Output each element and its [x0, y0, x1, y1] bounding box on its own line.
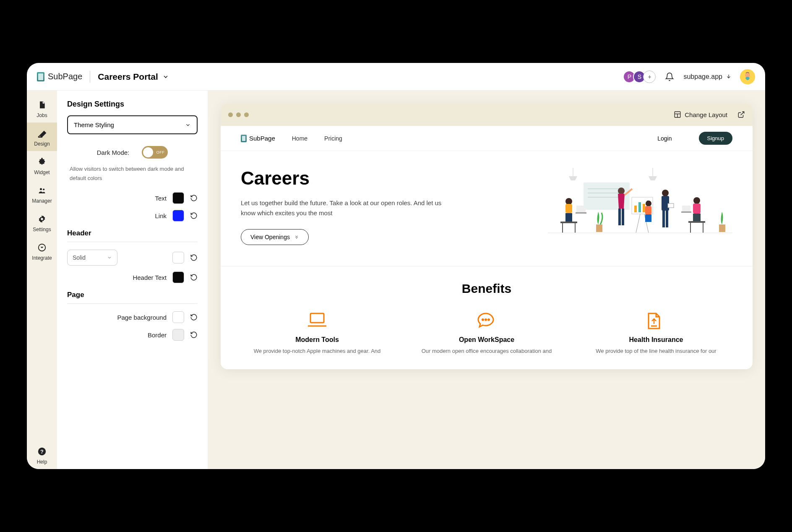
sidebar-item-integrate[interactable]: Integrate	[27, 237, 57, 265]
svg-rect-29	[565, 204, 572, 213]
gear-icon	[37, 214, 47, 224]
benefit-title: Modern Tools	[241, 336, 393, 344]
benefit-desc: We provide top of the line health insura…	[580, 348, 732, 354]
text-color-swatch[interactable]	[172, 192, 184, 204]
svg-point-39	[646, 201, 651, 206]
sidebar-item-widget[interactable]: Widget	[27, 151, 57, 180]
signup-button[interactable]: Signup	[699, 132, 732, 145]
svg-rect-35	[576, 212, 586, 214]
avatar-add[interactable]: +	[643, 70, 656, 83]
svg-point-58	[482, 319, 484, 321]
sidebar-item-label: Widget	[34, 170, 50, 175]
reset-icon[interactable]	[190, 212, 198, 219]
sidebar-item-jobs[interactable]: Jobs	[27, 94, 57, 123]
svg-rect-53	[682, 206, 690, 211]
sidebar-item-design[interactable]: Design	[27, 123, 57, 151]
dark-mode-toggle[interactable]: OFF	[142, 146, 168, 159]
svg-rect-22	[643, 204, 645, 212]
reset-icon[interactable]	[190, 331, 198, 339]
logo-icon	[37, 72, 44, 81]
benefit-title: Health Insurance	[580, 336, 732, 344]
panel-title: Design Settings	[67, 100, 198, 109]
download-icon	[726, 74, 732, 80]
svg-rect-54	[681, 211, 691, 213]
header-bg-swatch[interactable]	[172, 252, 184, 263]
svg-rect-21	[638, 202, 641, 212]
chevron-down-icon	[185, 122, 191, 128]
domain-link[interactable]: subpage.app	[683, 73, 732, 81]
portal-name: Careers Portal	[98, 72, 158, 82]
collaborator-avatars[interactable]: P S +	[625, 70, 656, 83]
svg-point-3	[43, 188, 44, 190]
nav-pricing[interactable]: Pricing	[324, 135, 342, 142]
svg-rect-38	[622, 209, 624, 225]
document-icon	[646, 312, 666, 329]
svg-point-36	[618, 188, 625, 194]
preview-frame: Change Layout SubPage Home Pricing Login	[221, 103, 753, 369]
svg-rect-20	[634, 206, 637, 212]
svg-line-24	[636, 214, 640, 233]
nav-home[interactable]: Home	[292, 135, 307, 142]
view-openings-button[interactable]: View Openings	[241, 229, 309, 245]
svg-point-47	[693, 197, 700, 204]
reset-icon[interactable]	[190, 254, 198, 261]
chat-icon	[477, 312, 497, 329]
design-settings-panel: Design Settings Theme Styling Dark Mode:…	[57, 91, 208, 469]
layout-icon	[674, 111, 681, 118]
svg-rect-41	[645, 214, 651, 222]
link-color-swatch[interactable]	[172, 210, 184, 222]
help-icon: ?	[37, 446, 47, 456]
sidebar-item-label: Integrate	[32, 255, 52, 261]
brand-logo[interactable]: SubPage	[37, 72, 82, 81]
window-dot	[228, 112, 233, 117]
svg-rect-27	[719, 224, 725, 232]
portal-dropdown[interactable]: Careers Portal	[98, 72, 169, 82]
svg-rect-26	[596, 224, 602, 232]
sidebar-item-help[interactable]: ? Help	[27, 441, 57, 469]
sidebar-item-label: Jobs	[36, 112, 47, 118]
border-label: Border	[148, 331, 167, 339]
svg-point-5	[41, 218, 43, 220]
preview-area: Change Layout SubPage Home Pricing Login	[208, 91, 765, 469]
chevron-double-down-icon	[294, 235, 299, 240]
brand-name: SubPage	[48, 72, 82, 81]
svg-rect-45	[666, 211, 668, 227]
svg-rect-31	[560, 222, 577, 223]
svg-rect-34	[576, 206, 586, 212]
reset-icon[interactable]	[190, 274, 198, 281]
benefits-section: Benefits Modern Tools We provide top-not…	[221, 266, 753, 369]
change-layout-button[interactable]: Change Layout	[674, 111, 727, 118]
border-swatch[interactable]	[172, 329, 184, 341]
external-link-icon	[737, 111, 745, 118]
header-text-label: Header Text	[133, 274, 167, 281]
person-icon	[740, 69, 755, 84]
user-avatar[interactable]	[740, 69, 755, 84]
benefit-desc: We provide top-notch Apple machines and …	[241, 348, 393, 354]
benefit-card: Modern Tools We provide top-notch Apple …	[241, 312, 393, 354]
open-external-button[interactable]	[737, 111, 745, 118]
sidebar-item-label: Manager	[32, 198, 52, 204]
header-style-select[interactable]: Solid	[67, 250, 117, 266]
login-link[interactable]: Login	[657, 135, 672, 142]
site-logo[interactable]: SubPage	[241, 135, 275, 142]
reset-icon[interactable]	[190, 194, 198, 202]
domain-text: subpage.app	[683, 73, 722, 81]
header-text-swatch[interactable]	[172, 271, 184, 283]
notifications-button[interactable]	[665, 72, 674, 81]
svg-point-60	[488, 319, 490, 321]
benefit-desc: Our modern open office encourages collab…	[410, 348, 563, 354]
svg-point-42	[662, 190, 669, 196]
page-bg-swatch[interactable]	[172, 311, 184, 323]
theme-select[interactable]: Theme Styling	[67, 115, 198, 134]
puzzle-icon	[37, 157, 47, 167]
file-icon	[37, 100, 47, 110]
reset-icon[interactable]	[190, 313, 198, 321]
app-window: SubPage Careers Portal P S + subpage.app	[27, 63, 765, 469]
sidebar-item-settings[interactable]: Settings	[27, 208, 57, 237]
sidebar-item-label: Design	[34, 141, 50, 147]
hero-subtitle: Let us together build the future. Take a…	[241, 198, 442, 218]
benefit-title: Open WorkSpace	[410, 336, 563, 344]
sidebar-item-manager[interactable]: Manager	[27, 180, 57, 208]
sidebar: Jobs Design Widget Manager	[27, 91, 57, 469]
change-layout-label: Change Layout	[685, 111, 727, 118]
